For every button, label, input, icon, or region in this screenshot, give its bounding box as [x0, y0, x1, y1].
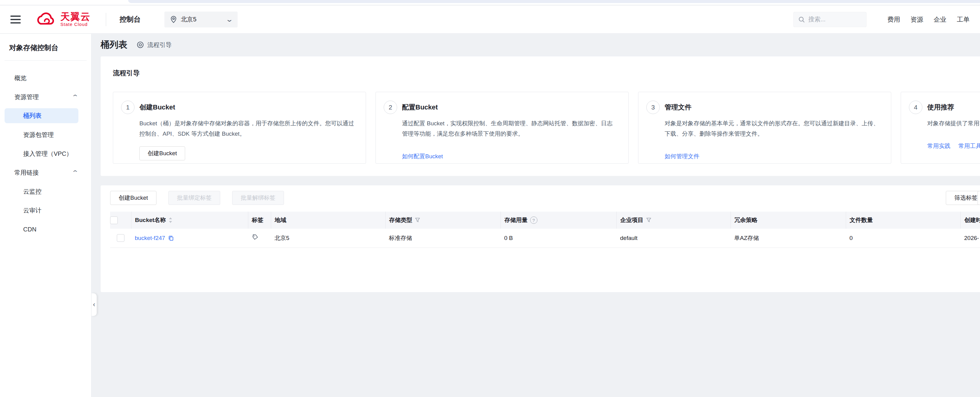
column-redundancy: 冗余策略 [735, 216, 758, 224]
guide-toggle-label: 流程引导 [147, 41, 172, 49]
top-navbar: 天翼云 State Cloud 控制台 北京5 ⌄ 费用 资源 企业 [0, 5, 980, 33]
page-title: 桶列表 [101, 39, 127, 51]
step-title: 使用推荐 [927, 103, 954, 112]
common-practices-link[interactable]: 常用实践 [927, 142, 950, 150]
menu-hamburger-icon[interactable] [10, 16, 21, 24]
bucket-table-card: 创建Bucket 批量绑定标签 批量解绑标签 筛选标签 Bucket名称 [101, 186, 980, 292]
nav-link-enterprise[interactable]: 企业 [934, 15, 947, 24]
nav-link-billing[interactable]: 费用 [887, 15, 900, 24]
guide-step-configure-bucket: 2 配置Bucket 通过配置 Bucket，实现权限控制、生命周期管理、静态网… [375, 92, 628, 164]
search-icon [798, 16, 805, 23]
console-label[interactable]: 控制台 [119, 14, 141, 24]
filter-icon[interactable] [646, 218, 652, 223]
create-bucket-button[interactable]: 创建Bucket [110, 191, 156, 205]
nav-link-resources[interactable]: 资源 [910, 15, 923, 24]
sidebar-item-label: 云审计 [23, 206, 41, 214]
column-enterprise-project: 企业项目 [620, 216, 644, 224]
brand-logo[interactable]: 天翼云 State Cloud [35, 12, 91, 27]
table-row: bucket-f247 北京5 [110, 229, 980, 248]
clipped-edge-button[interactable] [978, 191, 980, 205]
help-icon[interactable]: ? [530, 216, 538, 224]
filter-icon[interactable] [415, 218, 420, 223]
tag-icon[interactable] [251, 234, 258, 241]
row-file-count: 0 [850, 235, 853, 241]
step-title: 配置Bucket [402, 103, 438, 112]
table-toolbar: 创建Bucket 批量绑定标签 批量解绑标签 [110, 191, 284, 205]
create-bucket-step-button[interactable]: 创建Bucket [139, 146, 185, 160]
chevron-down-icon: ⌄ [225, 16, 233, 24]
browser-tab-band [128, 0, 980, 3]
browser-top-strip [0, 0, 980, 5]
sidebar-item-label: 概览 [14, 74, 27, 82]
table-header-row: Bucket名称 标签 地域 存储类型 [110, 211, 980, 229]
search-input[interactable] [808, 16, 854, 23]
row-created-time: 2026- [964, 235, 979, 241]
select-all-checkbox[interactable] [110, 216, 118, 224]
brand-subtitle: State Cloud [60, 22, 91, 27]
nav-link-tickets[interactable]: 工单 [957, 15, 970, 24]
sidebar-item-access-management-vpc[interactable]: 接入管理（VPC） [0, 144, 91, 163]
guide-panel: 流程引导 1 创建Bucket Bucket（桶）是对象存储中存储对象的容器，用… [101, 56, 980, 176]
sort-icon[interactable] [169, 217, 173, 224]
column-created-time: 创建时间 [964, 216, 980, 224]
chevron-left-icon: ‹ [93, 301, 95, 308]
row-enterprise-project: default [620, 235, 638, 241]
sidebar-item-bucket-list-active[interactable]: 桶列表 [5, 108, 78, 123]
chevron-up-icon: ⌃ [72, 169, 79, 176]
sidebar-collapse-handle[interactable]: ‹ [92, 293, 97, 316]
sidebar-title: 对象存储控制台 [9, 43, 91, 52]
row-checkbox[interactable] [117, 234, 124, 242]
guide-toggle[interactable]: 流程引导 [136, 41, 172, 49]
step-number-badge: 3 [646, 101, 660, 114]
sidebar-item-overview[interactable]: 概览 [0, 68, 91, 87]
main-content: 桶列表 流程引导 流程引导 1 创建Bucket Bucket（桶）是对象存储中… [92, 34, 980, 397]
batch-bind-tags-button[interactable]: 批量绑定标签 [169, 191, 220, 205]
chevron-up-icon: ⌃ [72, 93, 79, 101]
cloud-logo-icon [35, 12, 57, 27]
nav-right-group: 费用 资源 企业 工单 [793, 12, 970, 27]
sidebar-group-resource-management[interactable]: 资源管理 ⌃ [0, 87, 91, 106]
global-search[interactable] [793, 12, 867, 27]
copy-icon[interactable] [168, 235, 174, 241]
sidebar-divider [5, 60, 87, 61]
step-number-badge: 2 [384, 101, 397, 114]
sidebar-menu: 概览 资源管理 ⌃ 桶列表 资源包管理 接入管理（VPC） 常用链接 ⌃ 云监控… [0, 68, 91, 239]
sidebar-item-resource-packages[interactable]: 资源包管理 [0, 125, 91, 144]
column-storage-class: 存储类型 [389, 216, 412, 224]
sidebar-item-label: 云监控 [23, 187, 41, 196]
region-selector[interactable]: 北京5 ⌄ [164, 11, 238, 27]
sidebar-group-label: 常用链接 [14, 168, 39, 177]
sidebar: 对象存储控制台 概览 资源管理 ⌃ 桶列表 资源包管理 接入管理（VPC） 常用… [0, 34, 92, 397]
how-to-configure-bucket-link[interactable]: 如何配置Bucket [402, 152, 443, 160]
filter-tags-button[interactable]: 筛选标签 [946, 191, 980, 205]
region-value: 北京5 [181, 15, 196, 24]
eye-icon [136, 41, 144, 49]
brand-name: 天翼云 [60, 12, 91, 22]
guide-step-create-bucket: 1 创建Bucket Bucket（桶）是对象存储中存储对象的容器，用于存储您所… [113, 92, 366, 164]
sidebar-item-cloud-monitor[interactable]: 云监控 [0, 182, 91, 201]
sidebar-group-common-links[interactable]: 常用链接 ⌃ [0, 163, 91, 182]
step-title: 创建Bucket [139, 103, 175, 112]
sidebar-item-label: CDN [23, 226, 36, 233]
column-file-count: 文件数量 [850, 216, 873, 224]
step-title: 管理文件 [665, 103, 692, 112]
sidebar-item-cloud-audit[interactable]: 云审计 [0, 201, 91, 220]
step-description: 通过配置 Bucket，实现权限控制、生命周期管理、静态网站托管、数据加密、日志… [402, 118, 617, 139]
how-to-manage-files-link[interactable]: 如何管理文件 [665, 152, 699, 160]
sidebar-item-label: 桶列表 [23, 111, 41, 120]
row-storage-class: 标准存储 [389, 235, 412, 241]
sidebar-item-cdn[interactable]: CDN [0, 220, 91, 239]
bucket-name-link[interactable]: bucket-f247 [135, 235, 174, 241]
step-description: Bucket（桶）是对象存储中存储对象的容器，用于存储您所上传的文件。您可以通过… [139, 118, 355, 139]
row-region: 北京5 [275, 235, 290, 241]
sidebar-group-label: 资源管理 [14, 93, 39, 101]
sidebar-item-label: 接入管理（VPC） [23, 150, 72, 158]
column-region: 地域 [275, 216, 286, 224]
column-tags: 标签 [252, 216, 264, 224]
page-header: 桶列表 流程引导 [101, 39, 172, 51]
batch-unbind-tags-button[interactable]: 批量解绑标签 [232, 191, 284, 205]
common-tools-link[interactable]: 常用工具 [958, 142, 980, 150]
guide-step-recommendations: 4 使用推荐 对象存储提供了常用实践指导，帮助您解决您使用过程中可能遇到的问题。… [901, 92, 980, 164]
guide-section-title: 流程引导 [113, 68, 140, 78]
column-bucket-name: Bucket名称 [135, 216, 166, 224]
